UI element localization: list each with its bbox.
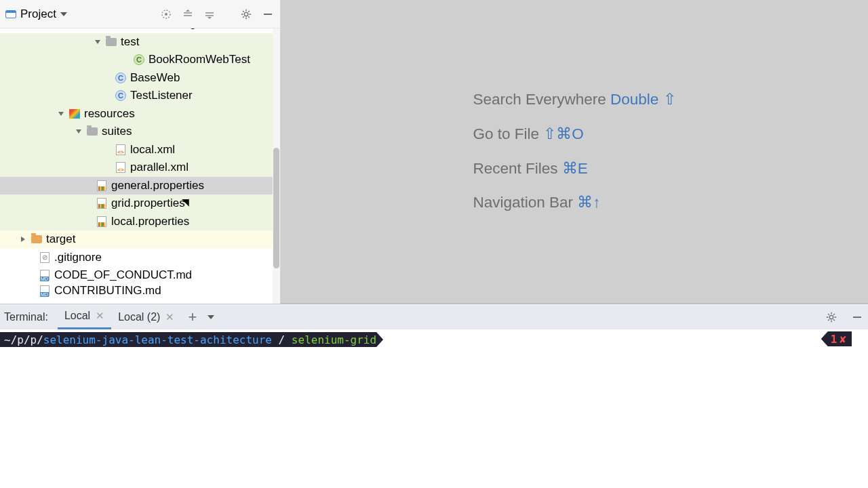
- xml-icon: [114, 162, 127, 173]
- terminal-tab[interactable]: Local (2)✕: [111, 304, 181, 329]
- tree-item-label: CONTRIBUTING.md: [54, 284, 161, 298]
- prompt-path: selenium-java-lean-test-achitecture: [43, 333, 272, 346]
- c-green-icon: C: [132, 54, 146, 65]
- props-icon: [95, 180, 108, 191]
- hint-shortcut: ⌘E: [562, 160, 588, 177]
- tree-item[interactable]: CODE_OF_CONDUCT.md: [0, 266, 280, 285]
- editor-hint: Go to File ⇧⌘O: [473, 117, 675, 152]
- close-icon[interactable]: ✕: [96, 310, 104, 322]
- tree-toggle-icon[interactable]: [57, 110, 65, 118]
- tree-toggle-icon[interactable]: [94, 38, 102, 46]
- tree-item-label: BaseWeb: [130, 71, 180, 85]
- tree-item-label: suites: [102, 125, 132, 138]
- props-icon: [95, 198, 108, 209]
- tree-item-label: local.properties: [111, 215, 189, 228]
- hint-label: Recent Files: [473, 160, 557, 177]
- terminal-label: Terminal:: [4, 311, 48, 323]
- hint-shortcut: Double ⇧: [610, 91, 676, 108]
- editor-hint: Navigation Bar ⌘↑: [473, 186, 675, 220]
- expand-all-icon[interactable]: [181, 7, 195, 21]
- tree-item-label: target: [46, 232, 75, 246]
- project-tool-window: Project com.eliasnogueiratestCBookRoomWe…: [0, 0, 281, 304]
- terminal-hide-icon[interactable]: [850, 310, 864, 324]
- tree-item-label: resources: [84, 107, 135, 121]
- tree-item-label: local.xml: [130, 143, 175, 157]
- project-header: Project: [0, 0, 280, 28]
- tree-item[interactable]: local.xml: [0, 141, 280, 159]
- terminal-body[interactable]: ~/p/p/ selenium-java-lean-test-achitectu…: [0, 329, 868, 488]
- project-tree[interactable]: com.eliasnogueiratestCBookRoomWebTestCBa…: [0, 28, 280, 304]
- close-icon[interactable]: ✕: [165, 311, 174, 323]
- tree-item-label: grid.properties: [111, 197, 185, 210]
- project-window-icon: [5, 10, 16, 18]
- tree-item-label: .gitignore: [54, 251, 102, 264]
- tree-item-label: CODE_OF_CONDUCT.md: [54, 268, 192, 282]
- editor-empty-state: Search Everywhere Double ⇧Go to File ⇧⌘O…: [281, 0, 868, 304]
- tree-item[interactable]: test: [0, 33, 280, 52]
- tree-item-label: test: [121, 35, 139, 49]
- terminal-settings-icon[interactable]: [825, 310, 838, 324]
- tree-item[interactable]: CBaseWeb: [0, 69, 280, 87]
- collapse-all-icon[interactable]: [203, 7, 216, 21]
- tree-item[interactable]: target: [0, 230, 280, 249]
- svg-point-2: [244, 12, 248, 16]
- status-count: 1: [831, 333, 837, 346]
- tree-item-label: com.eliasnogueira: [128, 28, 222, 30]
- props-icon: [95, 216, 108, 227]
- svg-point-1: [165, 13, 167, 16]
- terminal-tab-label: Local: [64, 310, 90, 322]
- hint-label: Go to File: [473, 125, 539, 142]
- terminal-tab[interactable]: Local✕: [58, 304, 111, 329]
- xml-icon: [114, 144, 127, 155]
- tree-item[interactable]: CONTRIBUTING.md: [0, 285, 280, 297]
- tree-item[interactable]: local.properties: [0, 213, 280, 231]
- project-view-dropdown[interactable]: Project: [5, 7, 67, 21]
- folder-grey-icon: [85, 127, 99, 136]
- md-icon: [38, 270, 52, 281]
- md-icon: [38, 285, 52, 296]
- tree-item[interactable]: .gitignore: [0, 249, 280, 267]
- folder-orange-icon: [30, 235, 43, 243]
- res-icon: [68, 109, 81, 119]
- prompt-prefix: ~/p/p/: [4, 333, 43, 346]
- editor-hint: Recent Files ⌘E: [473, 152, 675, 186]
- tree-item[interactable]: suites: [0, 123, 280, 141]
- svg-point-3: [829, 315, 833, 319]
- terminal-tabs-bar: Terminal: Local✕Local (2)✕ +: [0, 304, 868, 329]
- tree-toggle-icon[interactable]: [19, 235, 27, 243]
- editor-hint: Search Everywhere Double ⇧: [473, 83, 675, 117]
- tree-item[interactable]: resources: [0, 105, 280, 123]
- tree-item-label: parallel.xml: [130, 161, 189, 174]
- gear-icon[interactable]: [239, 7, 253, 21]
- tree-item[interactable]: CTestListener: [0, 87, 280, 105]
- hint-shortcut: ⌘↑: [577, 194, 600, 211]
- locate-icon[interactable]: [159, 7, 173, 21]
- c-blue-icon: C: [114, 90, 127, 101]
- scrollbar-thumb[interactable]: [273, 148, 279, 268]
- c-blue-icon: C: [114, 73, 127, 83]
- folder-grey-icon: [104, 38, 118, 46]
- chevron-down-icon: [60, 12, 67, 16]
- tree-item-label: TestListener: [130, 89, 193, 102]
- terminal-tab-label: Local (2): [118, 311, 160, 323]
- tree-item-label: BookRoomWebTest: [149, 53, 250, 66]
- tree-item[interactable]: grid.properties: [0, 195, 280, 213]
- tree-item-label: general.properties: [111, 179, 204, 192]
- status-error-icon: ✘: [840, 333, 846, 346]
- new-terminal-button[interactable]: +: [188, 308, 197, 326]
- scrollbar-track[interactable]: [273, 28, 280, 304]
- tree-item[interactable]: parallel.xml: [0, 159, 280, 177]
- terminal-prompt: ~/p/p/ selenium-java-lean-test-achitectu…: [0, 332, 383, 347]
- tree-item[interactable]: CBookRoomWebTest: [0, 51, 280, 69]
- hint-label: Search Everywhere: [473, 91, 606, 108]
- prompt-branch: selenium-grid: [292, 333, 376, 346]
- hint-shortcut: ⇧⌘O: [543, 125, 584, 142]
- prompt-sep: /: [272, 333, 292, 346]
- gi-icon: [38, 252, 52, 263]
- terminal-options-chevron-icon[interactable]: [208, 315, 214, 319]
- tree-item[interactable]: general.properties: [0, 177, 280, 195]
- hint-label: Navigation Bar: [473, 194, 573, 211]
- hide-icon[interactable]: [261, 7, 275, 21]
- tree-toggle-icon[interactable]: [75, 127, 83, 136]
- project-title: Project: [20, 7, 56, 21]
